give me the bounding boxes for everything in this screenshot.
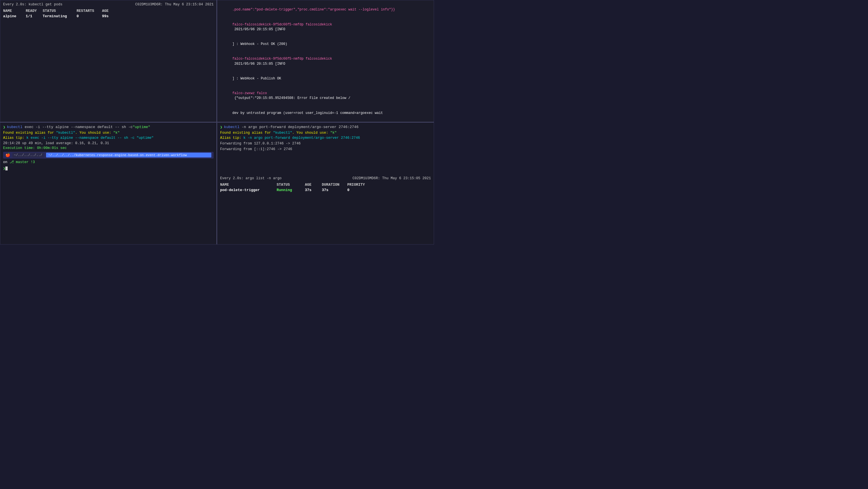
forward-line-1: Forwarding from 127.0.0.1:2746 -> 2746 — [220, 141, 431, 146]
alias-warning-2: Found existing alias for "kubectl". You … — [220, 130, 431, 136]
log-line-2: falco-falcosidekick-9f5dc66f5-nmfdp falc… — [220, 17, 431, 37]
git-branch-line: on ⎇ master !3 — [3, 160, 214, 165]
repo-path: ~/../../../../kubernetes-response-engine… — [46, 153, 211, 157]
apple-icon: 🍎 — [5, 153, 10, 157]
log-line-falco-body-1: dev by untrusted program (user=root user… — [220, 106, 431, 120]
branch-name: master !3 — [16, 160, 35, 164]
pane-bottom-left: ❯ kubectl exec -i --tty alpine --namespa… — [0, 122, 217, 245]
uptime-output: 20:14:28 up 49 min, load average: 0.16, … — [3, 141, 214, 146]
alias-tip-2: Alias tip: k -n argo port-forward deploy… — [220, 135, 431, 141]
log-line-4: falco-falcosidekick-9f5dc66f5-nmfdp falc… — [220, 52, 431, 71]
forward-line-2: Forwarding from [::1]:2746 -> 2746 — [220, 146, 431, 152]
watch-header-pods: Every 2.0s: kubectl get pods C02DM1U3MD6… — [3, 3, 214, 6]
pod-table-row: alpine 1/1 Terminating 0 99s — [3, 14, 214, 19]
log-line-5: ] : WebHook - Publish OK — [220, 71, 431, 86]
pf-command: kubectl — [224, 125, 240, 129]
exec-prompt-line: ❯ kubectl exec -i --tty alpine --namespa… — [3, 125, 214, 129]
pf-args: -n argo port-forward deployment/argo-ser… — [239, 125, 358, 129]
pod-table-header: NAME READY STATUS RESTARTS AGE — [3, 9, 214, 13]
pane-bottom-right: ❯ kubectl -n argo port-forward deploymen… — [217, 122, 434, 245]
exec-time: Execution time: 0h:00m:01s sec — [3, 146, 214, 150]
pane-top-right: .pod.name":"pod-delete-trigger","proc.cm… — [217, 0, 434, 122]
pane-top-left: Every 2.0s: kubectl get pods C02DM1U3MD6… — [0, 0, 217, 122]
home-path: ~/../../../../ — [12, 153, 44, 158]
terminal-screen: Every 2.0s: kubectl get pods C02DM1U3MD6… — [0, 0, 434, 245]
prompt-symbol: ❯ — [3, 166, 5, 171]
alias-tip-1: Alias tip: k exec -i --tty alpine --name… — [3, 135, 214, 141]
spacer — [220, 154, 431, 176]
exec-string-arg: "uptime" — [133, 125, 150, 129]
log-line-3: ] : Webhook - Post OK (200) — [220, 37, 431, 52]
pf-prompt-line: ❯ kubectl -n argo port-forward deploymen… — [220, 125, 431, 129]
git-icon: ⎇ — [10, 160, 16, 164]
path-bar: 🍎 ~/../../../../ ~/../../../../kubernete… — [3, 152, 214, 159]
prompt-arrow: ❯ — [3, 125, 5, 129]
alias-warning-1: Found existing alias for "kubectl". You … — [3, 130, 214, 136]
exec-args: exec -i --tty alpine --namespace default… — [22, 125, 132, 129]
argo-table-row: pod-delete-trigger Running 37s 37s 0 — [220, 188, 431, 192]
argo-table-header: NAME STATUS AGE DURATION PRIORITY — [220, 183, 431, 187]
watch-header-argo: Every 2.0s: argo list -n argo C02DM1U3MD… — [220, 176, 431, 180]
bottom-prompt: ❯ — [3, 166, 214, 171]
pf-prompt-arrow: ❯ — [220, 125, 222, 129]
cursor — [5, 166, 8, 171]
log-line-falco-main: falco-zwxwz falco {"output":"20:15:05.95… — [220, 86, 431, 106]
exec-command: kubectl — [7, 125, 23, 129]
log-line-1: .pod.name":"pod-delete-trigger","proc.cm… — [220, 3, 431, 17]
